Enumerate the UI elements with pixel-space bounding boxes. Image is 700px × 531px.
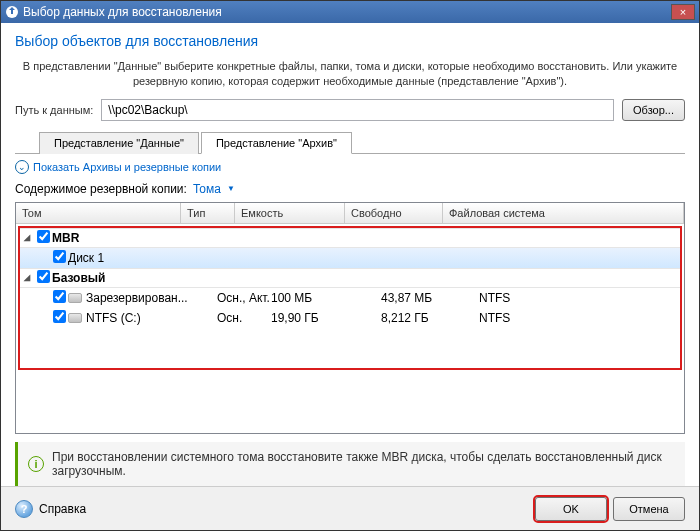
row1-tip: Осн., Акт. [217, 291, 271, 305]
backup-content-label: Содержимое резервной копии: [15, 182, 187, 196]
col-tom[interactable]: Том [16, 203, 181, 223]
tab-bar: Представление "Данные" Представление "Ар… [15, 131, 685, 154]
disk1-checkbox[interactable] [53, 250, 66, 263]
basic-checkbox[interactable] [37, 270, 50, 283]
mbr-checkbox[interactable] [37, 230, 50, 243]
path-label: Путь к данным: [15, 104, 93, 116]
row1-fs: NTFS [479, 291, 680, 305]
app-icon [5, 5, 19, 19]
disk1-label: Диск 1 [68, 251, 217, 265]
tab-data[interactable]: Представление "Данные" [39, 132, 199, 154]
col-fs[interactable]: Файловая система [443, 203, 684, 223]
row1-em: 100 МБ [271, 291, 381, 305]
basic-label: Базовый [52, 271, 680, 285]
info-icon: i [28, 456, 44, 472]
page-title: Выбор объектов для восстановления [15, 33, 685, 49]
row1-checkbox[interactable] [53, 290, 66, 303]
group-basic[interactable]: ◢ Базовый [20, 268, 680, 288]
chevron-down-icon[interactable]: ⌄ [15, 160, 29, 174]
instruction-text: В представлении "Данные" выберите конкре… [15, 59, 685, 89]
row2-name: NTFS (C:) [86, 311, 141, 325]
row2-sv: 8,212 ГБ [381, 311, 479, 325]
mbr-label: MBR [52, 231, 680, 245]
grid-header: Том Тип Емкость Свободно Файловая систем… [16, 203, 684, 224]
disk-icon [68, 293, 82, 303]
row2-em: 19,90 ГБ [271, 311, 381, 325]
cancel-button[interactable]: Отмена [613, 497, 685, 521]
info-text: При восстановлении системного тома восст… [52, 450, 675, 478]
expand-arrow-icon[interactable]: ◢ [20, 273, 34, 282]
titlebar: Выбор данных для восстановления × [1, 1, 699, 23]
info-bar: i При восстановлении системного тома вос… [15, 442, 685, 486]
row-disk1[interactable]: Диск 1 [20, 248, 680, 268]
browse-button[interactable]: Обзор... [622, 99, 685, 121]
row2-checkbox[interactable] [53, 310, 66, 323]
row2-fs: NTFS [479, 311, 680, 325]
volumes-grid: Том Тип Емкость Свободно Файловая систем… [15, 202, 685, 434]
row1-name: Зарезервирован... [86, 291, 188, 305]
row1-sv: 43,87 МБ [381, 291, 479, 305]
row2-tip: Осн. [217, 311, 271, 325]
show-archives-link[interactable]: Показать Архивы и резервные копии [33, 161, 221, 173]
help-icon: ? [15, 500, 33, 518]
path-input[interactable] [101, 99, 614, 121]
disk-icon [68, 313, 82, 323]
col-em[interactable]: Емкость [235, 203, 345, 223]
col-tip[interactable]: Тип [181, 203, 235, 223]
chevron-down-icon[interactable]: ▼ [227, 184, 235, 193]
close-button[interactable]: × [671, 4, 695, 20]
bottom-bar: ? Справка OK Отмена [1, 486, 699, 530]
help-label: Справка [39, 502, 86, 516]
group-mbr[interactable]: ◢ MBR [20, 228, 680, 248]
window-title: Выбор данных для восстановления [23, 5, 671, 19]
table-row[interactable]: NTFS (C:) Осн. 19,90 ГБ 8,212 ГБ NTFS [20, 308, 680, 328]
help-button[interactable]: ? Справка [15, 500, 86, 518]
backup-content-dropdown[interactable]: Тома [193, 182, 221, 196]
table-row[interactable]: Зарезервирован... Осн., Акт. 100 МБ 43,8… [20, 288, 680, 308]
tab-archive[interactable]: Представление "Архив" [201, 132, 352, 154]
expand-arrow-icon[interactable]: ◢ [20, 233, 34, 242]
col-sv[interactable]: Свободно [345, 203, 443, 223]
ok-button[interactable]: OK [535, 497, 607, 521]
